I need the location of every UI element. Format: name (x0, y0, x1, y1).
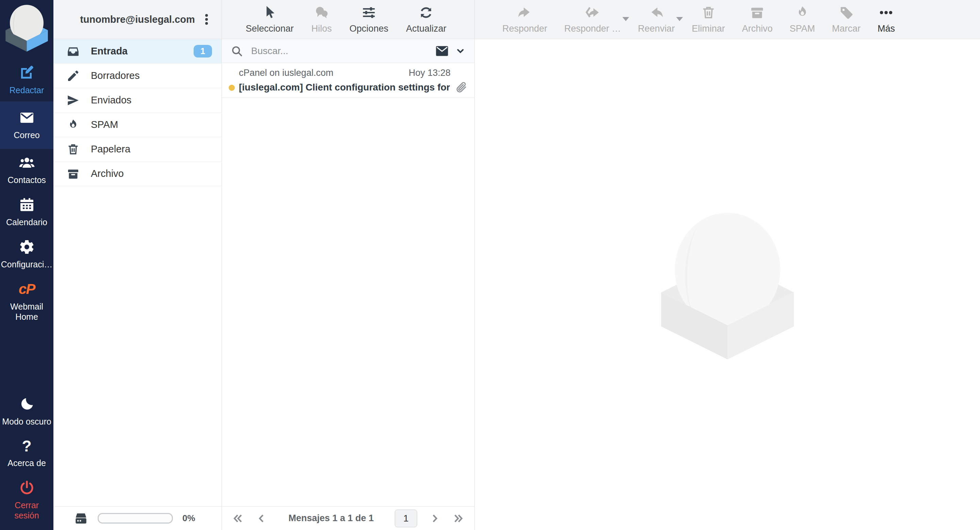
sidebar-item-logout[interactable]: Cerrar sesión (0, 474, 53, 527)
more-button[interactable]: Más (878, 5, 895, 34)
mail-icon (19, 109, 35, 126)
sidebar-item-label: Cerrar sesión (2, 500, 52, 520)
flame-icon (795, 5, 810, 21)
sidebar-item-about[interactable]: ? Acerca de (0, 433, 53, 474)
tag-icon (838, 5, 854, 21)
toolbar-label: Actualizar (406, 24, 447, 34)
sliders-icon (361, 5, 377, 21)
reply-all-icon (585, 5, 601, 21)
unread-indicator (229, 85, 235, 91)
next-page-icon[interactable] (429, 513, 440, 524)
last-page-icon[interactable] (453, 513, 464, 524)
message-row[interactable]: cPanel on iuslegal.com Hoy 13:28 [iusleg… (222, 63, 474, 98)
sidebar-item-label: Acerca de (8, 458, 46, 468)
trash-icon (701, 5, 716, 21)
flame-icon (66, 118, 80, 132)
power-icon (19, 480, 35, 496)
cpanel-icon: cP (19, 281, 35, 297)
toolbar-label: Eliminar (692, 24, 725, 34)
folder-panel: tunombre@iuslegal.com Entrada 1 Borrador… (53, 0, 222, 530)
folder-inbox[interactable]: Entrada 1 (53, 39, 221, 63)
folder-options-button[interactable] (199, 10, 214, 29)
message-sender: cPanel on iuslegal.com (239, 68, 409, 78)
toolbar-label: Más (878, 24, 895, 34)
storage-icon (74, 511, 88, 525)
folder-label: Borradores (91, 70, 212, 81)
reply-icon (517, 5, 533, 21)
folder-trash[interactable]: Papelera (53, 137, 221, 162)
search-input[interactable] (250, 45, 427, 57)
contacts-icon (19, 154, 35, 171)
sidebar-item-label: Modo oscuro (2, 416, 51, 427)
folder-archive[interactable]: Archivo (53, 162, 221, 186)
sidebar-item-label: Contactos (8, 175, 46, 185)
settings-icon (19, 239, 35, 255)
sidebar-item-mail[interactable]: Correo (0, 102, 53, 149)
folder-sent[interactable]: Enviados (53, 88, 221, 113)
calendar-icon (19, 197, 35, 213)
sidebar-item-label: Redactar (10, 85, 44, 95)
message-date: Hoy 13:28 (409, 68, 450, 78)
folder-spam[interactable]: SPAM (53, 113, 221, 137)
dropdown-caret (622, 17, 629, 24)
sidebar-item-label: Webmail Home (6, 301, 47, 322)
message-preview-area (475, 39, 980, 530)
first-page-icon[interactable] (232, 513, 243, 524)
reply-button[interactable]: Responder (502, 5, 547, 34)
prev-page-icon[interactable] (256, 513, 267, 524)
toolbar-label: Responder (502, 24, 547, 34)
trash-icon (66, 143, 80, 156)
list-toolbar: Seleccionar Hilos Opciones Actualizar (222, 0, 474, 39)
sidebar-item-contacts[interactable]: Contactos (0, 149, 53, 191)
message-list-panel: Seleccionar Hilos Opciones Actualizar (222, 0, 475, 530)
sidebar: Redactar Correo Contactos Calendario Con… (0, 0, 53, 530)
delete-button[interactable]: Eliminar (692, 5, 725, 34)
webmail-app: Redactar Correo Contactos Calendario Con… (0, 0, 980, 530)
archive-icon (749, 5, 765, 21)
sidebar-item-calendar[interactable]: Calendario (0, 191, 53, 233)
inbox-icon (66, 44, 80, 58)
options-button[interactable]: Opciones (350, 5, 388, 34)
page-number-input[interactable] (395, 509, 417, 527)
select-button[interactable]: Seleccionar (246, 5, 294, 34)
reply-all-button[interactable]: Responder … (564, 5, 621, 34)
account-header: tunombre@iuslegal.com (53, 0, 221, 39)
attachment-icon (455, 81, 468, 94)
account-email: tunombre@iuslegal.com (80, 14, 195, 25)
moon-icon (19, 396, 35, 412)
forward-icon (649, 5, 664, 21)
dropdown-caret (676, 17, 683, 24)
search-bar (222, 39, 474, 63)
sidebar-item-dark-mode[interactable]: Modo oscuro (0, 390, 53, 433)
archive-icon (66, 167, 80, 181)
spam-button[interactable]: SPAM (789, 5, 815, 34)
toolbar-label: Reenviar (638, 24, 675, 34)
toolbar-label: Hilos (311, 24, 332, 34)
refresh-button[interactable]: Actualizar (406, 5, 447, 34)
folder-list: Entrada 1 Borradores Enviados SPAM Papel… (53, 39, 221, 186)
toolbar-label: SPAM (789, 24, 815, 34)
sidebar-item-settings[interactable]: Configuraci… (0, 233, 53, 276)
pagination-label: Mensajes 1 a 1 de 1 (267, 513, 395, 524)
roundcube-watermark-icon (661, 208, 794, 361)
search-scope-button[interactable] (435, 46, 466, 57)
toolbar-label: Opciones (350, 24, 388, 34)
folder-drafts[interactable]: Borradores (53, 63, 221, 88)
pencil-icon (66, 69, 80, 83)
folder-label: Archivo (91, 168, 212, 179)
threads-button[interactable]: Hilos (311, 5, 332, 34)
sidebar-item-webmail-home[interactable]: cP Webmail Home (0, 276, 53, 328)
mail-scope-icon (435, 46, 449, 57)
archive-button[interactable]: Archivo (742, 5, 772, 34)
folder-label: SPAM (91, 119, 212, 130)
forward-button[interactable]: Reenviar (638, 5, 675, 34)
chevron-down-icon (455, 46, 466, 56)
toolbar-label: Seleccionar (246, 24, 294, 34)
message-subject: [iuslegal.com] Client configuration sett… (239, 82, 450, 93)
mark-button[interactable]: Marcar (832, 5, 861, 34)
sidebar-item-label: Correo (14, 130, 40, 140)
chat-bubbles-icon (314, 5, 329, 21)
sidebar-item-compose[interactable]: Redactar (0, 59, 53, 102)
ellipsis-icon (878, 5, 894, 21)
message-toolbar: Responder Responder … Reenviar Eliminar … (475, 0, 980, 39)
